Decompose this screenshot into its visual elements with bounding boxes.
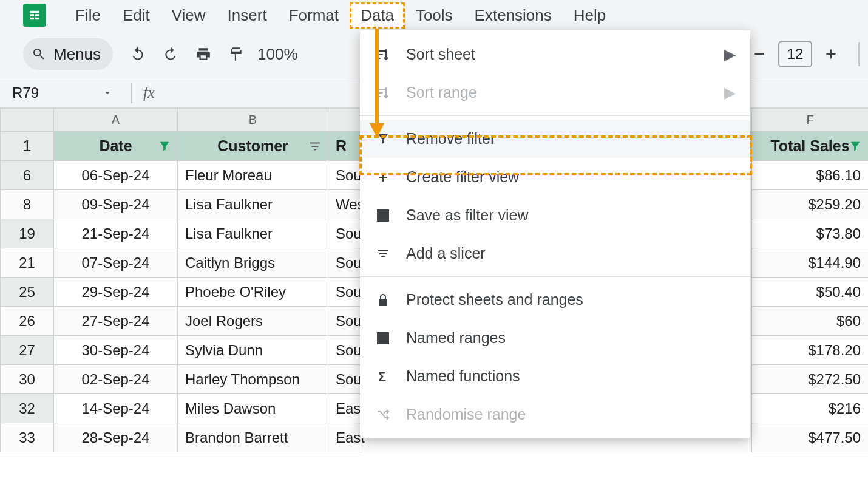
menu-item-create-filter-view[interactable]: Create filter view <box>360 158 750 196</box>
menu-item-label: Save as filter view <box>406 206 528 224</box>
cell-date[interactable]: 30-Sep-24 <box>54 336 178 365</box>
row-number[interactable]: 32 <box>1 394 54 423</box>
header-customer[interactable]: Customer <box>178 132 328 161</box>
funnel-icon <box>375 132 392 146</box>
row-number[interactable]: 30 <box>1 365 54 394</box>
menus-search[interactable]: Menus <box>23 38 113 70</box>
cell-date[interactable]: 21-Sep-24 <box>54 219 178 248</box>
cell-total[interactable]: $73.80 <box>752 219 869 248</box>
menu-item-label: Randomise range <box>406 406 526 423</box>
cell-total[interactable]: $178.20 <box>752 336 869 365</box>
cell-total[interactable]: $272.50 <box>752 365 869 394</box>
cell-customer[interactable]: Lisa Faulkner <box>178 190 328 219</box>
menu-item-label: Remove filter <box>406 130 495 148</box>
header-date[interactable]: Date <box>54 132 178 161</box>
cell-date[interactable]: 06-Sep-24 <box>54 161 178 190</box>
cell-region[interactable]: East <box>328 394 362 423</box>
menu-file[interactable]: File <box>64 2 112 29</box>
paint-format-button[interactable] <box>222 40 250 68</box>
row-number[interactable]: 25 <box>1 278 54 307</box>
filter-funnel-icon[interactable] <box>158 140 171 153</box>
header-total-sales[interactable]: Total Sales <box>752 132 869 161</box>
minus-icon[interactable] <box>751 46 767 62</box>
cell-customer[interactable]: Lisa Faulkner <box>178 219 328 248</box>
name-box-value: R79 <box>12 84 39 101</box>
menu-item-save-as-filter-view[interactable]: Save as filter view <box>360 196 750 234</box>
cell-region[interactable]: Sou <box>328 278 362 307</box>
menu-help[interactable]: Help <box>563 2 617 29</box>
menu-item-named-functions[interactable]: ΣNamed functions <box>360 357 750 395</box>
header-region-clipped[interactable]: R <box>328 132 362 161</box>
menu-item-protect-sheets-and-ranges[interactable]: Protect sheets and ranges <box>360 281 750 319</box>
font-size-input[interactable]: 12 <box>778 41 812 67</box>
cell-customer[interactable]: Phoebe O'Riley <box>178 278 328 307</box>
cell-region[interactable]: Sou <box>328 307 362 336</box>
row-number[interactable]: 8 <box>1 190 54 219</box>
row-number[interactable]: 27 <box>1 336 54 365</box>
cell-total[interactable]: $60 <box>752 307 869 336</box>
cell-date[interactable]: 28-Sep-24 <box>54 423 178 452</box>
cell-date[interactable]: 29-Sep-24 <box>54 278 178 307</box>
menu-format[interactable]: Format <box>278 2 350 29</box>
cell-region[interactable]: Sou <box>328 248 362 278</box>
col-letter-f[interactable]: F <box>752 109 869 132</box>
filter-lines-icon[interactable] <box>308 140 322 153</box>
menu-extensions[interactable]: Extensions <box>464 2 563 29</box>
undo-button[interactable] <box>124 40 152 68</box>
col-letter-a[interactable]: A <box>54 109 178 132</box>
grid-icon <box>375 208 392 223</box>
cell-total[interactable]: $477.50 <box>752 423 869 452</box>
cell-region[interactable]: Sou <box>328 161 362 190</box>
menu-item-named-ranges[interactable]: Named ranges <box>360 319 750 357</box>
cell-date[interactable]: 27-Sep-24 <box>54 307 178 336</box>
namedrange-icon <box>375 331 392 346</box>
menu-data[interactable]: Data <box>350 2 405 29</box>
zoom-level[interactable]: 100% <box>255 45 300 64</box>
sheets-logo-icon <box>23 4 46 27</box>
cell-customer[interactable]: Caitlyn Briggs <box>178 248 328 278</box>
cell-total[interactable]: $216 <box>752 394 869 423</box>
cell-region[interactable]: Wes <box>328 190 362 219</box>
cell-customer[interactable]: Sylvia Dunn <box>178 336 328 365</box>
plus-icon[interactable] <box>823 46 839 62</box>
row-number[interactable]: 6 <box>1 161 54 190</box>
menu-item-sort-sheet[interactable]: Sort sheet▶ <box>360 35 750 73</box>
row-number[interactable]: 1 <box>1 132 54 161</box>
menu-item-remove-filter[interactable]: Remove filter <box>360 120 750 158</box>
cell-total[interactable]: $86.10 <box>752 161 869 190</box>
cell-customer[interactable]: Harley Thompson <box>178 365 328 394</box>
cell-date[interactable]: 07-Sep-24 <box>54 248 178 278</box>
col-letter-b[interactable]: B <box>178 109 328 132</box>
menu-item-add-a-slicer[interactable]: Add a slicer <box>360 234 750 273</box>
cell-total[interactable]: $144.90 <box>752 248 869 278</box>
corner-cell[interactable] <box>1 109 54 132</box>
menu-insert[interactable]: Insert <box>217 2 278 29</box>
name-box[interactable]: R79 <box>5 84 120 101</box>
cell-customer[interactable]: Miles Dawson <box>178 394 328 423</box>
row-number[interactable]: 19 <box>1 219 54 248</box>
menu-item-label: Named functions <box>406 367 520 385</box>
print-button[interactable] <box>189 40 217 68</box>
menu-item-label: Create filter view <box>406 168 519 186</box>
cell-total[interactable]: $50.40 <box>752 278 869 307</box>
cell-region[interactable]: Sou <box>328 336 362 365</box>
cell-date[interactable]: 09-Sep-24 <box>54 190 178 219</box>
redo-button[interactable] <box>157 40 185 68</box>
menu-tools[interactable]: Tools <box>405 2 464 29</box>
cell-region[interactable]: Sou <box>328 365 362 394</box>
filter-funnel-icon[interactable] <box>849 140 862 153</box>
cell-region[interactable]: East <box>328 423 362 452</box>
menus-search-label: Menus <box>53 45 101 64</box>
row-number[interactable]: 26 <box>1 307 54 336</box>
cell-customer[interactable]: Joel Rogers <box>178 307 328 336</box>
cell-date[interactable]: 02-Sep-24 <box>54 365 178 394</box>
menu-view[interactable]: View <box>161 2 217 29</box>
cell-customer[interactable]: Fleur Moreau <box>178 161 328 190</box>
row-number[interactable]: 33 <box>1 423 54 452</box>
cell-total[interactable]: $259.20 <box>752 190 869 219</box>
cell-date[interactable]: 14-Sep-24 <box>54 394 178 423</box>
cell-customer[interactable]: Brandon Barrett <box>178 423 328 452</box>
menu-edit[interactable]: Edit <box>112 2 161 29</box>
row-number[interactable]: 21 <box>1 248 54 278</box>
cell-region[interactable]: Sou <box>328 219 362 248</box>
